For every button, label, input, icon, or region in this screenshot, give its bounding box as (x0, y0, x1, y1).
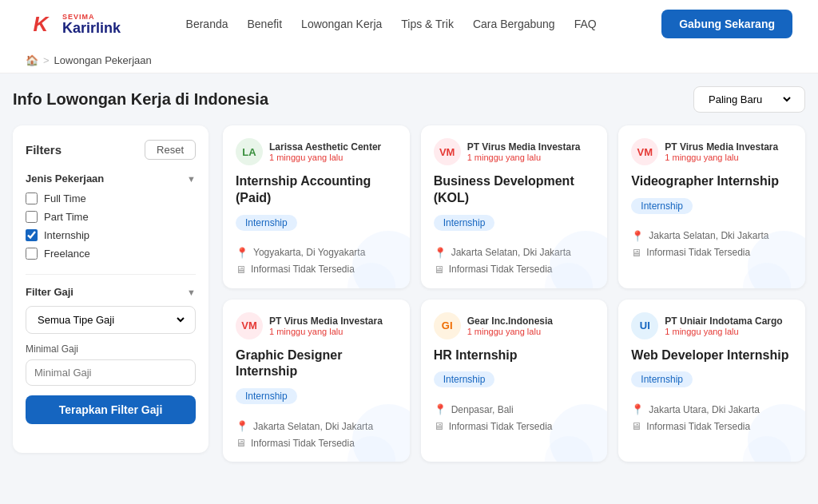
checkbox-freelance[interactable]: Freelance (26, 248, 196, 260)
job-title: Graphic Designer Internship (236, 347, 397, 381)
job-title: Videographer Internship (631, 173, 792, 190)
salary-row: 🖥 Informasi Tidak Tersedia (434, 264, 595, 276)
company-logo: UI (631, 312, 658, 339)
sort-select[interactable]: Paling Baru Paling Lama Relevan (705, 93, 793, 106)
jenis-pekerjaan-section: Jenis Pekerjaan ▼ Full Time Part Time In… (26, 173, 196, 260)
company-row: VM PT Virus Media Investara 1 minggu yan… (236, 312, 397, 339)
salary-row: 🖥 Informasi Tidak Tersedia (631, 247, 792, 259)
location-icon: 📍 (434, 403, 447, 415)
gabung-sekarang-button[interactable]: Gabung Sekarang (661, 10, 792, 38)
breadcrumb: 🏠 > Lowongan Pekerjaan (0, 48, 818, 73)
company-name: PT Virus Media Investara (467, 141, 581, 153)
reset-button[interactable]: Reset (145, 140, 196, 160)
company-time: 1 minggu yang lalu (665, 327, 782, 336)
job-location: Jakarta Selatan, Dki Jakarta (451, 247, 571, 258)
job-salary: Informasi Tidak Tersedia (646, 247, 750, 258)
checkbox-part-time-input[interactable] (26, 211, 38, 223)
company-time: 1 minggu yang lalu (467, 153, 581, 162)
logo-karirlink: Karirlink (62, 21, 121, 35)
job-badge: Internship (434, 371, 495, 387)
company-logo: LA (236, 138, 263, 165)
company-logo: GI (434, 312, 461, 339)
checkbox-internship[interactable]: Internship (26, 229, 196, 241)
checkbox-full-time-input[interactable] (26, 192, 38, 204)
location-row: 📍 Jakarta Utara, Dki Jakarta (631, 403, 792, 415)
job-card[interactable]: VM PT Virus Media Investara 1 minggu yan… (223, 300, 410, 462)
company-row: VM PT Virus Media Investara 1 minggu yan… (434, 138, 595, 165)
salary-row: 🖥 Informasi Tidak Tersedia (434, 420, 595, 432)
card-watermark2 (743, 263, 791, 288)
company-logo: VM (434, 138, 461, 165)
company-info: PT Uniair Indotama Cargo 1 minggu yang l… (665, 315, 782, 336)
nav-benefit[interactable]: Benefit (248, 18, 283, 30)
job-card[interactable]: VM PT Virus Media Investara 1 minggu yan… (618, 125, 805, 288)
job-card[interactable]: LA Larissa Aesthetic Center 1 minggu yan… (223, 125, 410, 288)
job-title: HR Internship (434, 347, 595, 364)
card-meta: 📍 Jakarta Utara, Dki Jakarta 🖥 Informasi… (631, 403, 792, 432)
location-row: 📍 Yogyakarta, Di Yogyakarta (236, 247, 397, 259)
checkbox-internship-input[interactable] (26, 229, 38, 241)
company-time: 1 minggu yang lalu (665, 153, 778, 162)
nav-faq[interactable]: FAQ (574, 18, 597, 30)
checkbox-full-time[interactable]: Full Time (26, 192, 196, 204)
job-salary: Informasi Tidak Tersedia (449, 264, 553, 275)
company-name: Larissa Aesthetic Center (269, 141, 381, 153)
breadcrumb-sep: > (43, 54, 50, 66)
salary-icon: 🖥 (236, 264, 246, 276)
jenis-pekerjaan-label[interactable]: Jenis Pekerjaan ▼ (26, 173, 196, 185)
job-card[interactable]: GI Gear Inc.Indonesia 1 minggu yang lalu… (421, 300, 608, 462)
nav-lowongan-kerja[interactable]: Lowongan Kerja (301, 18, 382, 30)
card-watermark2 (545, 436, 593, 462)
job-card[interactable]: UI PT Uniair Indotama Cargo 1 minggu yan… (618, 300, 805, 462)
card-meta: 📍 Jakarta Selatan, Dki Jakarta 🖥 Informa… (631, 230, 792, 259)
salary-type-select-wrap[interactable]: Semua Tipe Gaji (26, 306, 196, 334)
location-icon: 📍 (434, 247, 447, 259)
job-badge: Internship (631, 198, 693, 214)
content-layout: Filters Reset Jenis Pekerjaan ▼ Full Tim… (13, 125, 805, 462)
nav-cara-bergabung[interactable]: Cara Bergabung (473, 18, 555, 30)
job-badge: Internship (236, 388, 297, 404)
main-container: Info Lowongan Kerja di Indonesia Paling … (0, 73, 818, 487)
salary-icon: 🖥 (434, 420, 444, 432)
header: K SEVIMA Karirlink Beranda Benefit Lowon… (0, 0, 818, 48)
location-row: 📍 Denpasar, Bali (434, 403, 595, 415)
apply-filter-gaji-button[interactable]: Terapkan Filter Gaji (26, 395, 196, 424)
nav-beranda[interactable]: Beranda (186, 18, 228, 30)
checkbox-part-time[interactable]: Part Time (26, 211, 196, 223)
card-meta: 📍 Yogyakarta, Di Yogyakarta 🖥 Informasi … (236, 247, 397, 276)
job-card[interactable]: VM PT Virus Media Investara 1 minggu yan… (421, 125, 608, 288)
company-info: PT Virus Media Investara 1 minggu yang l… (269, 315, 383, 336)
main-nav: Beranda Benefit Lowongan Kerja Tips & Tr… (186, 18, 597, 30)
logo-brand: SEVIMA Karirlink (62, 14, 121, 35)
card-meta: 📍 Jakarta Selatan, Dki Jakarta 🖥 Informa… (236, 420, 397, 449)
checkbox-freelance-input[interactable] (26, 248, 38, 260)
company-name: Gear Inc.Indonesia (467, 315, 553, 327)
filter-gaji-section: Filter Gaji ▼ Semua Tipe Gaji Minimal Ga… (26, 286, 196, 424)
salary-type-select[interactable]: Semua Tipe Gaji (34, 313, 187, 327)
company-name: PT Virus Media Investara (269, 315, 383, 327)
chevron-down-icon: ▼ (187, 174, 196, 184)
job-title: Business Development (KOL) (434, 173, 595, 207)
chevron-down-icon-gaji: ▼ (187, 288, 196, 297)
salary-icon: 🖥 (631, 420, 641, 432)
company-logo: VM (236, 312, 263, 339)
logo-k-letter: K (34, 14, 49, 34)
nav-tips-trik[interactable]: Tips & Trik (401, 18, 454, 30)
minimal-gaji-label: Minimal Gaji (26, 343, 196, 355)
salary-icon: 🖥 (631, 247, 641, 259)
logo-icon: K (26, 9, 56, 39)
breadcrumb-home-icon[interactable]: 🏠 (26, 54, 38, 66)
minimal-gaji-input[interactable] (26, 359, 196, 386)
location-icon: 📍 (631, 403, 644, 415)
company-row: GI Gear Inc.Indonesia 1 minggu yang lalu (434, 312, 595, 339)
logo-area: K SEVIMA Karirlink (26, 9, 121, 39)
salary-icon: 🖥 (236, 437, 246, 449)
job-badge: Internship (434, 215, 495, 231)
job-salary: Informasi Tidak Tersedia (449, 421, 553, 432)
job-badge: Internship (236, 215, 297, 231)
location-row: 📍 Jakarta Selatan, Dki Jakarta (434, 247, 595, 259)
filter-gaji-label[interactable]: Filter Gaji ▼ (26, 286, 196, 298)
location-icon: 📍 (631, 230, 644, 242)
company-name: PT Uniair Indotama Cargo (665, 315, 782, 327)
sort-select-wrapper[interactable]: Paling Baru Paling Lama Relevan (693, 86, 805, 113)
